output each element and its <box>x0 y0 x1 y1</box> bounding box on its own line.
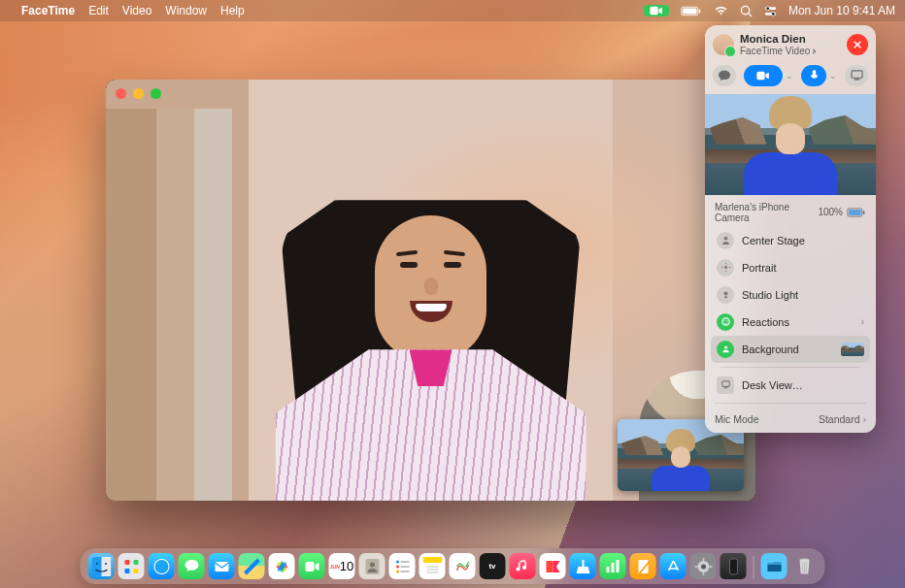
video-effects-preview <box>705 94 876 195</box>
svg-rect-53 <box>422 557 442 563</box>
dock-mail[interactable] <box>209 553 235 579</box>
menu-video[interactable]: Video <box>122 4 151 17</box>
facetime-window[interactable] <box>106 80 755 501</box>
dock-iphone-mirroring[interactable] <box>721 553 747 579</box>
wifi-icon[interactable] <box>714 5 728 16</box>
caller-name[interactable]: Monica Dien <box>740 33 818 46</box>
svg-point-47 <box>396 560 399 563</box>
dock-notes[interactable] <box>419 553 446 579</box>
dock-photos[interactable] <box>269 553 295 579</box>
option-portrait[interactable]: Portrait <box>711 254 870 281</box>
svg-rect-60 <box>616 560 619 572</box>
camera-menu-chevron[interactable]: ⌄ <box>786 71 793 81</box>
dock-downloads[interactable] <box>761 553 788 579</box>
svg-rect-2 <box>699 9 701 12</box>
background-thumbnail <box>841 343 864 356</box>
share-screen-button[interactable] <box>845 65 868 86</box>
mic-menu-chevron[interactable]: ⌄ <box>829 71 837 81</box>
window-minimize-button[interactable] <box>133 88 144 99</box>
svg-rect-52 <box>400 571 409 572</box>
svg-rect-48 <box>400 561 409 563</box>
option-studio-light[interactable]: Studio Light <box>711 281 870 309</box>
svg-rect-18 <box>863 211 865 213</box>
dock-calendar[interactable]: JUN10 <box>329 553 355 579</box>
svg-rect-44 <box>305 562 314 572</box>
window-zoom-button[interactable] <box>151 88 161 99</box>
svg-point-38 <box>154 560 168 573</box>
dock-pages[interactable] <box>630 553 656 579</box>
camera-battery-pct: 100% <box>818 207 843 217</box>
option-center-stage[interactable]: Center Stage <box>711 227 870 254</box>
svg-rect-27 <box>721 381 728 387</box>
call-type-label[interactable]: FaceTime Video <box>740 46 818 57</box>
desk-view-icon <box>717 376 734 394</box>
option-label: Desk View… <box>742 379 803 391</box>
battery-level-icon <box>847 208 866 217</box>
svg-rect-30 <box>101 557 111 576</box>
window-close-button[interactable] <box>116 88 126 99</box>
svg-rect-36 <box>133 569 138 573</box>
dock: JUN10 tv <box>81 548 825 584</box>
menu-help[interactable]: Help <box>220 4 245 17</box>
dock-safari[interactable] <box>149 553 175 579</box>
microphone-icon <box>810 70 819 82</box>
menu-edit[interactable]: Edit <box>88 4 109 17</box>
svg-rect-57 <box>582 560 584 568</box>
dock-trash[interactable] <box>791 553 818 579</box>
svg-rect-22 <box>724 297 727 299</box>
option-background[interactable]: Background <box>711 336 870 363</box>
portrait-icon <box>717 259 734 277</box>
svg-rect-58 <box>606 567 609 572</box>
option-label: Studio Light <box>742 289 798 301</box>
dock-messages[interactable] <box>179 553 205 579</box>
dock-finder[interactable] <box>88 553 115 579</box>
end-call-button[interactable] <box>847 34 868 55</box>
mic-mode-row[interactable]: Mic Mode Standard › <box>705 408 876 433</box>
dock-reminders[interactable] <box>389 553 416 579</box>
camera-source-label: Marlena's iPhone Camera <box>715 202 818 223</box>
camera-active-indicator-icon[interactable] <box>644 5 669 16</box>
menu-window[interactable]: Window <box>165 4 207 17</box>
dock-settings[interactable] <box>690 553 717 579</box>
mic-mode-value: Standard <box>819 413 860 425</box>
mic-toggle-button[interactable] <box>801 65 826 86</box>
option-label: Center Stage <box>742 235 805 246</box>
svg-rect-68 <box>729 559 737 574</box>
menu-bar: FaceTime Edit Video Window Help Mon Jun … <box>0 0 905 21</box>
dock-launchpad[interactable] <box>118 553 145 579</box>
caller-avatar[interactable] <box>713 34 734 55</box>
reactions-icon <box>717 313 734 331</box>
video-camera-icon <box>756 71 770 81</box>
close-x-icon <box>853 40 862 49</box>
spotlight-icon[interactable] <box>740 5 753 17</box>
svg-point-63 <box>701 564 706 569</box>
control-center-icon[interactable] <box>764 5 777 17</box>
svg-point-46 <box>370 562 375 567</box>
dock-tv[interactable]: tv <box>480 553 506 579</box>
battery-icon[interactable] <box>681 6 702 16</box>
option-desk-view[interactable]: Desk View… <box>711 372 870 399</box>
dock-freeform[interactable] <box>450 553 476 579</box>
mic-mode-label: Mic Mode <box>715 413 759 425</box>
dock-news[interactable] <box>540 553 566 579</box>
svg-point-31 <box>96 563 98 565</box>
dock-podcasts[interactable] <box>570 553 596 579</box>
option-label: Portrait <box>742 262 776 274</box>
svg-point-4 <box>741 6 749 14</box>
option-reactions[interactable]: Reactions › <box>711 309 870 336</box>
dock-contacts[interactable] <box>359 553 385 579</box>
app-name[interactable]: FaceTime <box>21 4 75 17</box>
dock-facetime[interactable] <box>299 553 325 579</box>
center-stage-icon <box>717 232 734 249</box>
dock-appstore[interactable] <box>660 553 687 579</box>
svg-rect-34 <box>133 560 138 565</box>
svg-point-26 <box>724 346 727 349</box>
menu-datetime[interactable]: Mon Jun 10 9:41 AM <box>788 4 895 17</box>
svg-line-5 <box>749 13 752 16</box>
dock-music[interactable] <box>510 553 536 579</box>
dock-numbers[interactable] <box>600 553 626 579</box>
svg-rect-17 <box>849 210 861 215</box>
svg-point-25 <box>726 320 727 321</box>
dock-maps[interactable] <box>239 553 265 579</box>
svg-point-32 <box>105 563 107 565</box>
